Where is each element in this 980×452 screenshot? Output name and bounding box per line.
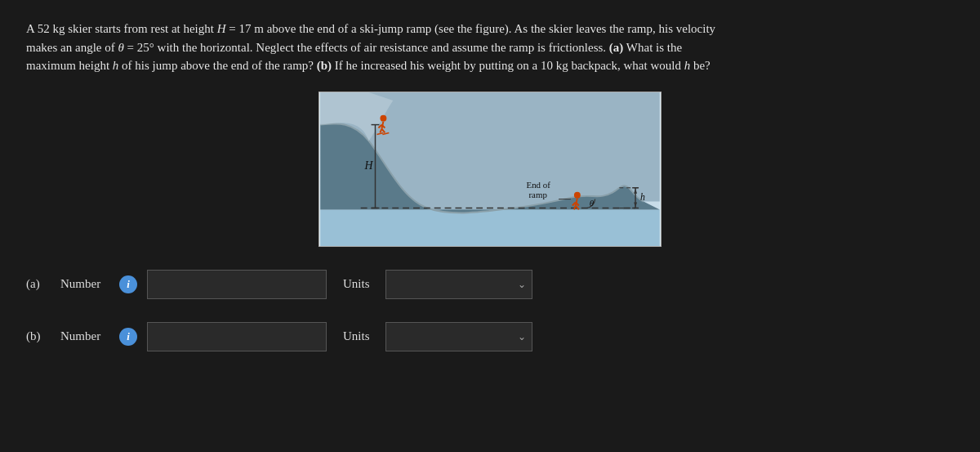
part-b-info-badge[interactable]: i (119, 328, 137, 346)
part-b-label: (b) (26, 327, 51, 346)
figure-box: H End of ramp (318, 92, 662, 247)
svg-text:ramp: ramp (528, 189, 547, 199)
svg-text:End of: End of (527, 179, 551, 189)
part-a-label: (a) (26, 275, 51, 293)
part-b-number-input[interactable] (147, 322, 327, 351)
svg-point-18 (574, 191, 581, 198)
svg-text:θ: θ (590, 197, 595, 207)
part-a-number-input[interactable] (147, 270, 327, 299)
part-a-units-label: Units (343, 275, 376, 293)
answer-row-a: (a) Number i Units m cm ft ⌄ (26, 270, 954, 299)
svg-rect-1 (320, 209, 660, 246)
part-b-number-label: Number (60, 327, 109, 346)
svg-text:h: h (640, 190, 645, 202)
problem-text: A 52 kg skier starts from rest at height… (26, 20, 728, 75)
svg-point-7 (380, 114, 386, 121)
part-b-units-container: m cm ft ⌄ (385, 322, 532, 351)
part-a-units-select[interactable]: m cm ft (385, 270, 532, 299)
part-b-units-select[interactable]: m cm ft (385, 322, 532, 351)
part-a-number-label: Number (60, 275, 109, 293)
answer-row-b: (b) Number i Units m cm ft ⌄ (26, 322, 954, 351)
svg-text:H: H (364, 159, 374, 172)
figure-container: H End of ramp (26, 92, 954, 247)
ski-jump-figure: H End of ramp (319, 92, 661, 246)
part-a-info-badge[interactable]: i (119, 275, 137, 293)
part-a-units-container: m cm ft ⌄ (385, 270, 532, 299)
part-b-units-label: Units (343, 327, 376, 346)
